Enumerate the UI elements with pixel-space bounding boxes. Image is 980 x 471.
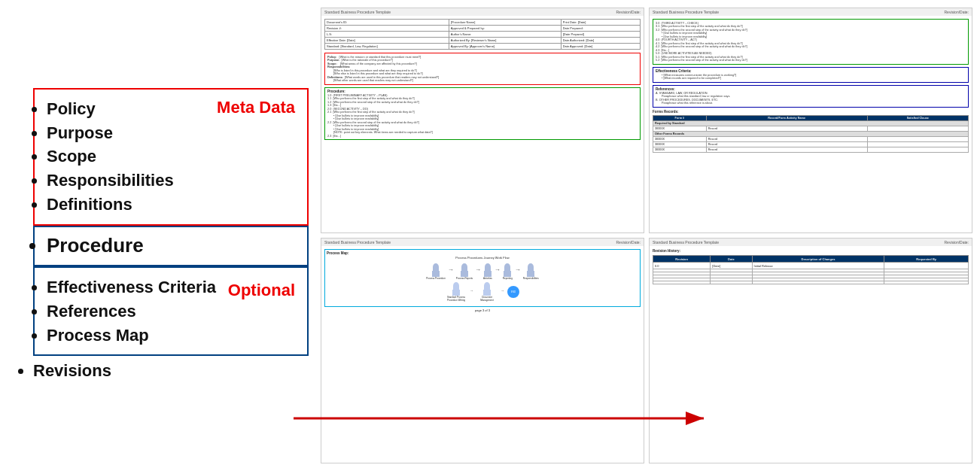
resp-line-1: [Who is listed in this procedure and wha… [333, 69, 638, 72]
revision-title: Revision History: [653, 249, 969, 253]
revision-row-1: 0.0 [Date] Initial Release [653, 263, 969, 269]
effectiveness-item: Effectiveness Criteria Optional [47, 275, 295, 299]
right-panel: Standard Business Procedure Template Rev… [316, 0, 980, 471]
arrow-2: → [475, 266, 481, 273]
flow-item-2: Process Reports [456, 263, 473, 280]
page1-red-section: Policy: [What is the mission or standard… [324, 53, 641, 85]
references-item: References [47, 299, 295, 324]
page1-green-section: Procedure: 1.0 (FIRST PRELIMINARY ACTIVI… [324, 87, 641, 141]
page2-header: Standard Business Procedure Template Rev… [650, 8, 972, 16]
page2-header-left: Standard Business Procedure Template [653, 10, 719, 14]
forms-row-4: 30000XRecord [653, 147, 969, 152]
arrow-4: → [515, 266, 521, 273]
page1-preview: Standard Business Procedure Template Rev… [321, 8, 644, 233]
revisions-label: Revisions [33, 361, 111, 380]
forms-group-required: Required by Standard [653, 120, 969, 126]
rev-col-by: Requested By [884, 256, 969, 263]
process-flow-diagram: Process Procedure → Process Reports → [327, 260, 638, 305]
page3-footer: page 3 of 3 [324, 308, 641, 312]
page3-header-left: Standard Business Procedure Template [324, 240, 391, 245]
forms-table: Form # Record/Form Activity Name Satisfi… [653, 115, 969, 153]
page1-header-left: Standard Business Procedure Template [324, 10, 391, 14]
revision-table: Revision Date Description of Changes Req… [653, 255, 969, 284]
effectiveness-title: Effectiveness Criteria: [656, 69, 966, 73]
flow-item-1: Process Procedure [426, 263, 446, 280]
forms-row-2: 30000XRecord [653, 136, 969, 141]
rev-col-revision: Revision [653, 256, 711, 263]
page1-content: Document's ID:[Procedure Name]Print Date… [321, 16, 644, 232]
rev-col-date: Date [711, 256, 752, 263]
definitions-item: Definitions [47, 193, 295, 217]
page2-references-section: References: A. STANDARD, LAW, OR REGULAT… [653, 85, 969, 108]
flow-row-1: Process Procedure → Process Reports → [426, 263, 538, 280]
flow-row-2: Standard Process Procedure Writing → Doc… [446, 282, 519, 302]
optional-box: Effectiveness Criteria Optional Referenc… [33, 266, 309, 357]
procedure-box: Procedure [33, 226, 309, 266]
page1-table: Document's ID:[Procedure Name]Print Date… [324, 19, 641, 50]
page1-header-right: Revision/Date: [616, 10, 641, 14]
flow-title: Process Procedures Journey Work Flow [327, 256, 638, 260]
page4-content: Revision History: Revision Date Descript… [650, 246, 972, 463]
arrow-1: → [448, 266, 454, 273]
page3-header-right: Revision/Date: [616, 240, 641, 245]
page3-header: Standard Business Procedure Template Rev… [321, 239, 644, 246]
scope-line: Scope: [What areas of the company are af… [327, 62, 638, 65]
meta-data-label: Meta Data [217, 96, 295, 120]
def-label-line: Definitions: [What words are used in thi… [327, 76, 638, 79]
scope-item: Scope [47, 144, 295, 169]
arrow-3: → [495, 266, 501, 273]
policy-line: Policy: [What is the mission or standard… [327, 56, 638, 59]
items-list: Policy Meta Data Purpose Scope Responsib… [15, 88, 309, 384]
page3-preview: Standard Business Procedure Template Rev… [321, 238, 644, 463]
revision-row-6 [653, 281, 969, 284]
references-title: References: [656, 87, 966, 91]
forms-col-form: Form # [653, 115, 707, 120]
process-map-box: Process Map: Process Procedures Journey … [324, 249, 641, 307]
def-line-2: [What other words are used that readers … [333, 79, 638, 82]
page2-effectiveness-section: Effectiveness Criteria: • [What measures… [653, 67, 969, 83]
page3-content: Process Map: Process Procedures Journey … [321, 246, 644, 463]
forms-col-clause: Satisfied Clause [867, 115, 968, 120]
rev-col-desc: Description of Changes [752, 256, 884, 263]
page2-content: 3.0 (THIRD ACTIVITY – CHECK) 3.1 [Who pe… [650, 16, 972, 232]
purpose-item: Purpose [47, 121, 295, 145]
procedure-section-title: Procedure: [327, 90, 638, 93]
procedure-item: Procedure [47, 232, 295, 260]
page4-header: Standard Business Procedure Template Rev… [650, 239, 972, 246]
page4-header-right: Revision/Date: [944, 240, 969, 245]
process-map-item: Process Map [47, 324, 295, 348]
page2-header-right: Revision/Date: [944, 10, 969, 14]
page4-preview: Standard Business Procedure Template Rev… [649, 238, 972, 463]
meta-data-box: Policy Meta Data Purpose Scope Responsib… [33, 88, 309, 226]
process-map-title: Process Map: [327, 251, 638, 255]
page2-green-section: 3.0 (THIRD ACTIVITY – CHECK) 3.1 [Who pe… [653, 19, 969, 65]
flow-item-5: Responsibilities [523, 263, 539, 280]
forms-row-1: 30000XRecord [653, 126, 969, 131]
responsibilities-item: Responsibilities [47, 169, 295, 193]
left-panel: Policy Meta Data Purpose Scope Responsib… [0, 0, 316, 471]
resp-line-2: [Who else is listed in this procedure an… [333, 72, 638, 75]
policy-item: Policy Meta Data [47, 97, 295, 121]
forms-col-name: Record/Form Activity Name [706, 115, 867, 120]
resp-label-line: Responsibilities: [327, 65, 638, 68]
main-layout: Policy Meta Data Purpose Scope Responsib… [0, 0, 980, 471]
page2-forms-section: Forms Records: Form # Record/Form Activi… [653, 110, 969, 153]
revisions-item: Revisions [33, 359, 309, 383]
flow-item-4: Reporting [503, 263, 513, 280]
forms-row-3: 30000XRecord [653, 141, 969, 147]
page1-header: Standard Business Procedure Template Rev… [321, 8, 644, 16]
forms-group-other: Other Forms Records [653, 131, 969, 136]
page2-preview: Standard Business Procedure Template Rev… [649, 8, 972, 233]
purpose-line: Purpose: [What is the rationale of this … [327, 59, 638, 62]
flow-item-3: Activities [483, 263, 492, 280]
optional-label: Optional [228, 278, 295, 302]
page4-header-left: Standard Business Procedure Template [653, 240, 719, 245]
